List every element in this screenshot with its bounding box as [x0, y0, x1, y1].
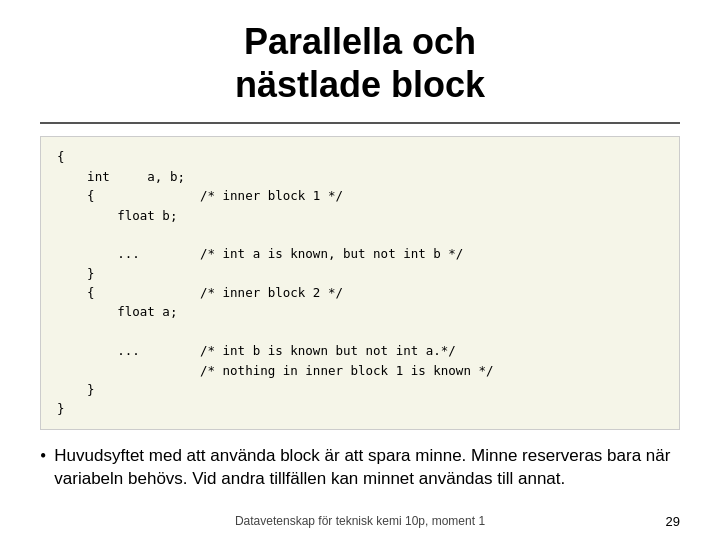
footer-page: 29	[666, 514, 680, 529]
bullet-text: Huvudsyftet med att använda block är att…	[54, 444, 680, 492]
slide-title: Parallella och nästlade block	[40, 20, 680, 106]
title-line1: Parallella och	[244, 21, 476, 62]
title-line2: nästlade block	[235, 64, 485, 105]
code-block: { int a, b; { /* inner block 1 */ float …	[40, 136, 680, 429]
code-content: { int a, b; { /* inner block 1 */ float …	[57, 147, 663, 418]
footer-course: Datavetenskap för teknisk kemi 10p, mome…	[40, 514, 680, 528]
slide: Parallella och nästlade block { int a, b…	[0, 0, 720, 540]
title-divider	[40, 122, 680, 124]
footer: Datavetenskap för teknisk kemi 10p, mome…	[0, 514, 720, 528]
bullet-point: • Huvudsyftet med att använda block är a…	[40, 444, 680, 492]
bullet-symbol: •	[40, 444, 46, 469]
